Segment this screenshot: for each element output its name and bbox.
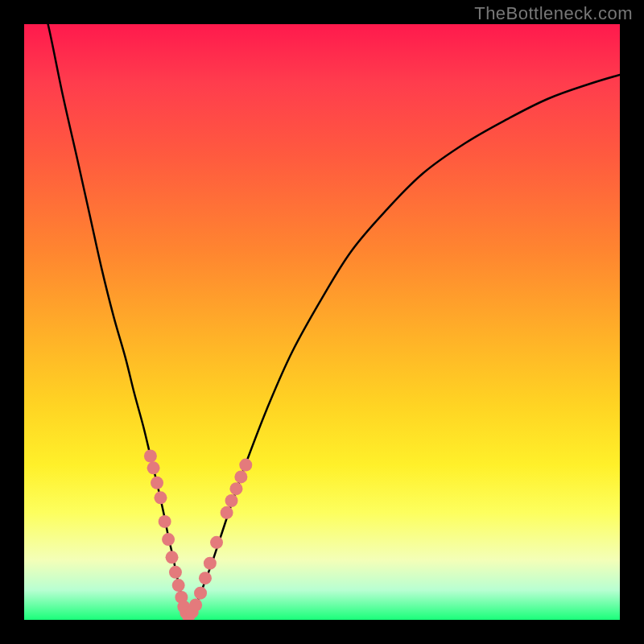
- marker-dot: [210, 536, 223, 549]
- marker-dot: [172, 579, 185, 592]
- marker-dot: [234, 470, 247, 483]
- watermark-text: TheBottleneck.com: [474, 3, 633, 24]
- marker-dot: [162, 533, 175, 546]
- curve-group: [40, 24, 620, 617]
- chart-svg: [24, 24, 620, 620]
- marker-dot: [154, 491, 167, 504]
- marker-group: [144, 450, 252, 621]
- outer-frame: TheBottleneck.com: [0, 0, 644, 644]
- marker-dot: [204, 557, 217, 570]
- marker-dot: [239, 459, 252, 472]
- curve-right-branch: [188, 71, 621, 617]
- marker-dot: [169, 566, 182, 579]
- marker-dot: [147, 461, 160, 474]
- marker-dot: [144, 450, 157, 463]
- marker-dot: [166, 551, 179, 564]
- marker-dot: [199, 572, 212, 584]
- marker-dot: [194, 587, 207, 600]
- marker-dot: [151, 477, 163, 489]
- plot-area: [24, 24, 620, 620]
- marker-dot: [159, 515, 171, 528]
- marker-dot: [189, 599, 202, 612]
- curve-left-branch: [40, 24, 188, 617]
- marker-dot: [225, 494, 238, 507]
- marker-dot: [229, 482, 242, 495]
- marker-dot: [221, 506, 233, 519]
